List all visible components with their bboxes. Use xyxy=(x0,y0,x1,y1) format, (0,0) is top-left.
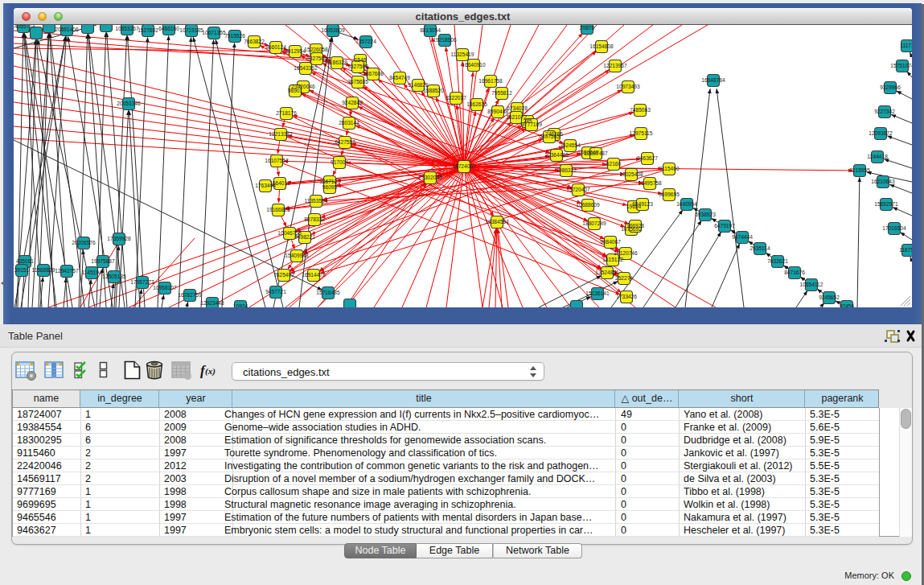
svg-text:f: f xyxy=(200,363,207,378)
svg-text:(x): (x) xyxy=(205,366,216,377)
